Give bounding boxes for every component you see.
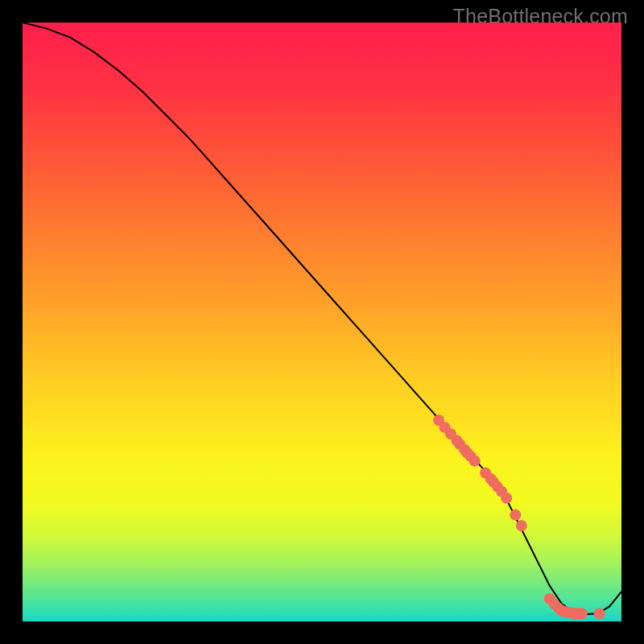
plot-background	[23, 23, 621, 621]
chart-frame: TheBottleneck.com	[0, 0, 644, 644]
data-point	[576, 608, 588, 619]
data-point	[594, 608, 605, 619]
data-point	[516, 520, 527, 531]
data-point	[501, 493, 512, 504]
data-point	[469, 456, 481, 467]
data-point	[510, 510, 521, 521]
bottleneck-chart	[23, 23, 621, 621]
